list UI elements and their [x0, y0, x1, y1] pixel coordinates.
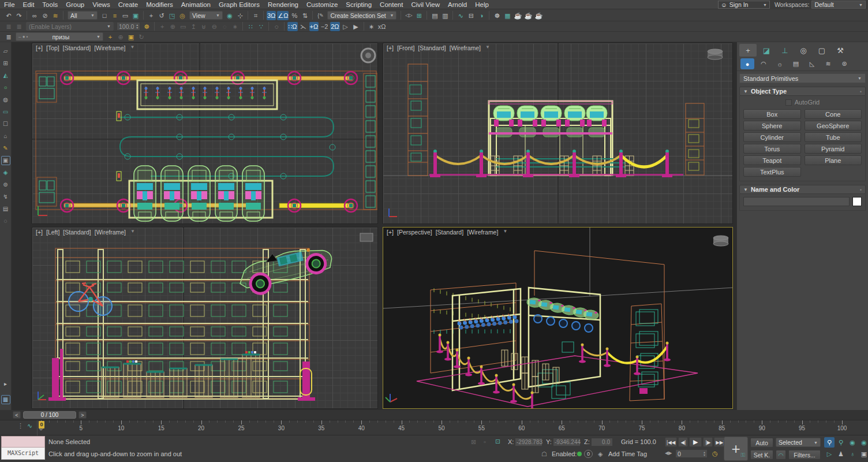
open-mini-track-icon[interactable]: ⋮ — [17, 422, 24, 430]
left-dock-icon-6[interactable]: ▭ — [1, 107, 10, 117]
menu-item-create[interactable]: Create — [114, 0, 143, 9]
track-bar[interactable]: ⋮∿ 0 05101520253035404550556065707580859… — [0, 420, 868, 435]
object-type-button-box[interactable]: Box — [743, 109, 801, 119]
viewport-front[interactable]: [+] [Front] [Standard] [Wireframe] ▼ — [383, 43, 733, 224]
key-step-arrows-icon[interactable]: ◀▶ — [665, 450, 672, 456]
menu-item-file[interactable]: File — [0, 0, 19, 9]
left-dock-icon-14[interactable]: ▤ — [1, 204, 10, 214]
time-slider[interactable]: 0 / 100 — [23, 411, 76, 419]
use-pivot-point-icon[interactable]: ◉ — [225, 11, 234, 20]
menu-item-group[interactable]: Group — [62, 0, 88, 9]
select-object-icon[interactable]: □ — [100, 11, 109, 20]
select-and-place-icon[interactable]: ◎ — [178, 11, 187, 20]
tab-motion[interactable]: ◎ — [795, 44, 812, 57]
left-dock-icon-1[interactable]: ▱ — [1, 47, 10, 56]
maxscript-mini-listener[interactable]: MAXScript Mini — [1, 436, 45, 460]
layer-manager-gear-icon[interactable]: ☸ — [142, 22, 151, 31]
autogrid-checkbox[interactable] — [785, 99, 792, 106]
left-dock-icon-2[interactable]: ⊞ — [1, 59, 10, 68]
dummy-helpers-icon[interactable]: ∵ — [256, 22, 265, 31]
add-time-tag[interactable]: Add Time Tag — [608, 450, 647, 457]
viewport-view-menu[interactable]: [Left] — [46, 229, 59, 236]
select-by-name-icon[interactable]: ≡ — [110, 11, 119, 20]
object-type-button-geosphere[interactable]: GeoSphere — [805, 121, 862, 131]
play-button[interactable]: ▶ — [689, 437, 702, 447]
menu-item-customize[interactable]: Customize — [302, 0, 342, 9]
left-dock-icon-4[interactable]: ○ — [1, 83, 10, 92]
left-dock-icon-11[interactable]: ◈ — [1, 168, 10, 177]
menu-item-content[interactable]: Content — [376, 0, 407, 9]
maxscript-mini-label[interactable]: MAXScript Mini — [1, 448, 45, 460]
menu-item-animation[interactable]: Animation — [177, 0, 215, 9]
edit-named-selection-sets-icon[interactable]: {✎ — [316, 11, 325, 20]
activeshade-icon[interactable]: ☕ — [534, 11, 543, 20]
material-editor-icon[interactable]: ◑ — [477, 11, 486, 20]
percent-snap-toggle-icon[interactable]: % — [290, 11, 299, 20]
menu-item-scripting[interactable]: Scripting — [342, 0, 376, 9]
object-name-field[interactable] — [743, 197, 850, 206]
rectangular-selection-region-icon[interactable]: ▭ — [121, 11, 130, 20]
sign-in-button[interactable]: ☺ Sign In ▼ — [718, 1, 770, 9]
angle-snap-toggle-icon[interactable]: ∠Ω — [277, 11, 289, 20]
previous-frame-button[interactable]: ◀| — [678, 437, 688, 447]
menu-item-views[interactable]: Views — [88, 0, 114, 9]
snap-face-icon[interactable]: ▷ — [341, 22, 350, 31]
viewport-filter-funnel-icon[interactable]: ▼ — [503, 229, 507, 236]
subtab-lights[interactable]: ☼ — [773, 58, 787, 69]
snap-pivot-icon[interactable]: ⋋ — [299, 22, 308, 31]
orbit-icon[interactable]: ♁ — [847, 449, 858, 459]
subtab-systems[interactable]: ⊛ — [837, 58, 851, 69]
viewport-filter-funnel-icon[interactable]: ▼ — [130, 229, 135, 236]
named-selection-sets-dropdown[interactable]: Create Selection Set▼ — [327, 11, 396, 20]
left-dock-icon-13[interactable]: ↯ — [1, 192, 10, 202]
snap-hotkey-icon[interactable]: xΩ — [377, 22, 387, 31]
set-key-mode-button[interactable]: Set K. — [750, 450, 773, 460]
left-dock-icon-10[interactable]: ▣ — [1, 156, 10, 165]
viewport-left[interactable]: [+] [Left] [Standard] [Wireframe] ▼ — [32, 227, 378, 409]
viewport-top[interactable]: [+] [Top] [Standard] [Wireframe] ▼ — [32, 43, 378, 224]
reference-coordinate-dropdown[interactable]: View▼ — [189, 11, 223, 20]
menu-item-graph-editors[interactable]: Graph Editors — [215, 0, 264, 9]
manage-layers-icon[interactable]: ≣ — [4, 32, 13, 42]
menu-item-tools[interactable]: Tools — [38, 0, 62, 9]
render-production-icon[interactable]: ☕ — [513, 11, 522, 20]
spinner-arrows-icon[interactable]: ▴▾ — [704, 451, 705, 457]
subtab-cameras[interactable]: ▤ — [789, 58, 803, 69]
viewport-standard-menu[interactable]: [Standard] — [63, 229, 91, 236]
tab-create[interactable]: + — [739, 44, 757, 57]
viewport-menu-plus[interactable]: [+] — [387, 229, 394, 236]
render-setup-icon[interactable]: ☸ — [492, 11, 502, 20]
snap-edge-icon[interactable]: 2Ω — [330, 22, 339, 31]
viewport-shading-menu[interactable]: [Wireframe] — [467, 229, 498, 236]
menu-item-modifiers[interactable]: Modifiers — [142, 0, 177, 9]
left-dock-icon-12[interactable]: ⊚ — [1, 180, 10, 189]
snap-frozen-icon[interactable]: ∗ — [367, 22, 376, 31]
viewport-view-menu[interactable]: [Top] — [46, 44, 59, 51]
viewport-menu-plus[interactable]: [+] — [36, 229, 43, 236]
menu-item-rendering[interactable]: Rendering — [264, 0, 302, 9]
workspace-dropdown[interactable]: Default ▼ — [811, 1, 866, 9]
subtab-space-warps[interactable]: ≋ — [821, 58, 835, 69]
snap-endpoint-icon[interactable]: ▶ — [351, 22, 361, 31]
object-type-button-tube[interactable]: Tube — [805, 132, 862, 142]
object-type-button-pyramid[interactable]: Pyramid — [805, 144, 862, 154]
viewport-view-menu[interactable]: [Perspective] — [397, 229, 432, 236]
menu-item-help[interactable]: Help — [471, 0, 493, 9]
viewport-menu-plus[interactable]: [+] — [387, 44, 394, 51]
selection-region-circle-icon[interactable]: ◌ — [272, 22, 281, 31]
viewport-standard-menu[interactable]: [Standard] — [418, 44, 446, 51]
viewport-filter-funnel-icon[interactable]: ▼ — [485, 44, 490, 51]
track-bar-ruler[interactable]: 0 05101520253035404550556065707580859095… — [37, 420, 868, 435]
grid-points-display-icon[interactable]: ∷ — [246, 22, 255, 31]
tab-utilities[interactable]: ⚒ — [832, 44, 849, 57]
menu-item-arnold[interactable]: Arnold — [444, 0, 471, 9]
viewport-shading-menu[interactable]: [Wireframe] — [95, 229, 126, 236]
field-of-view-icon[interactable]: ▷ — [824, 449, 835, 459]
spinner-snap-toggle-icon[interactable]: ⇅ — [300, 11, 309, 20]
object-type-button-sphere[interactable]: Sphere — [743, 121, 801, 131]
time-configuration-icon[interactable]: ◷ — [712, 450, 718, 457]
object-type-rollout-header[interactable]: ▼ Object Type ▪ — [739, 87, 866, 96]
walk-through-icon[interactable]: ♟ — [836, 449, 846, 459]
tab-display[interactable]: ▢ — [813, 44, 830, 57]
dock-expand-arrow[interactable]: ▸ — [4, 381, 7, 387]
